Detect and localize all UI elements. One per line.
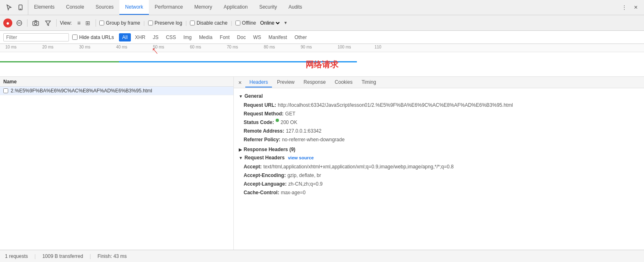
tab-memory[interactable]: Memory	[189, 0, 218, 15]
record-button[interactable]: ●	[3, 18, 12, 28]
filter-type-img[interactable]: Img	[180, 33, 195, 41]
disable-cache-label[interactable]: Disable cache	[190, 20, 227, 26]
request-headers-section-header[interactable]: ▼ Request Headers view source	[239, 155, 639, 161]
view-list-btn[interactable]: ≡	[75, 18, 82, 28]
offline-label[interactable]: Offline	[235, 20, 256, 26]
requests-name-col-header: Name	[3, 79, 17, 85]
request-name-0: 2.%E5%9F%BA%E6%9C%AC%E8%AF%AD%E6%B3%95.h…	[11, 88, 230, 94]
tab-sources[interactable]: Sources	[90, 0, 119, 15]
ruler-tick-9: 100 ms	[336, 45, 351, 49]
top-nav: Elements Console Sources Network Perform…	[0, 0, 644, 15]
status-finish: Finish: 43 ms	[98, 253, 127, 259]
response-headers-section-header[interactable]: ▶ Response Headers (9)	[239, 147, 639, 152]
status-code-row: Status Code: 200 OK	[244, 119, 639, 126]
inspect-icon[interactable]	[4, 2, 14, 12]
tab-elements[interactable]: Elements	[28, 0, 60, 15]
offline-checkbox[interactable]	[235, 21, 240, 25]
camera-icon[interactable]	[31, 18, 41, 28]
details-panel: × Headers Preview Response Cookies Timin…	[234, 77, 644, 250]
timeline-area: 10 ms20 ms30 ms40 ms50 ms60 ms70 ms80 ms…	[0, 44, 644, 77]
hide-data-urls-text: Hide data URLs	[79, 34, 114, 40]
details-tab-cookies[interactable]: Cookies	[331, 78, 356, 87]
toolbar-divider-2: |	[185, 20, 187, 26]
remote-address-val: 127.0.0.1:63342	[286, 127, 322, 135]
details-tab-headers[interactable]: Headers	[245, 78, 272, 87]
filter-type-manifest[interactable]: Manifest	[265, 33, 290, 41]
nav-icons	[2, 0, 28, 15]
request-row[interactable]: 2.%E5%9F%BA%E6%9C%AC%E8%AF%AD%E6%B3%95.h…	[0, 87, 233, 95]
filter-input-wrap[interactable]	[3, 33, 69, 41]
filter-type-media[interactable]: Media	[196, 33, 216, 41]
tab-network[interactable]: Network	[119, 0, 149, 15]
hide-data-urls-checkbox[interactable]	[72, 34, 78, 40]
req-header-row-3: Cache-Control: max-age=0	[244, 189, 639, 196]
requests-panel: Name 2.%E5%9F%BA%E6%9C%AC%E8%AF%AD%E6%B3…	[0, 77, 234, 250]
details-tab-preview[interactable]: Preview	[273, 78, 299, 87]
general-section-header[interactable]: ▼ General	[239, 93, 639, 99]
filter-type-font[interactable]: Font	[217, 33, 233, 41]
timeline-ruler: 10 ms20 ms30 ms40 ms50 ms60 ms70 ms80 ms…	[0, 44, 644, 52]
hide-data-urls-label[interactable]: Hide data URLs	[72, 34, 114, 40]
preserve-log-checkbox[interactable]	[148, 21, 153, 25]
request-method-label: Request Method:	[244, 110, 283, 117]
filter-bar: Hide data URLs AllXHRJSCSSImgMediaFontDo…	[0, 31, 644, 44]
disable-cache-checkbox[interactable]	[190, 21, 195, 25]
throttle-dropdown-arrow[interactable]: ▼	[283, 21, 288, 25]
tab-audits[interactable]: Audits	[283, 0, 308, 15]
preserve-log-text: Preserve log	[155, 20, 182, 26]
view-group-btn[interactable]: ⊞	[83, 18, 92, 28]
request-method-row: Request Method: GET	[244, 110, 639, 117]
req-header-row-0: Accept: text/html,application/xhtml+xml,…	[244, 163, 639, 170]
tab-application[interactable]: Application	[218, 0, 253, 15]
view-buttons: ≡ ⊞	[75, 18, 92, 28]
details-content: ▼ General Request URL: http://localhost:…	[234, 88, 644, 250]
more-icon[interactable]: ⋮	[619, 2, 629, 12]
referrer-policy-val: no-referrer-when-downgrade	[282, 136, 345, 143]
filter-type-doc[interactable]: Doc	[234, 33, 249, 41]
toolbar-divider-1: |	[144, 20, 145, 26]
ruler-tick-1: 20 ms	[41, 45, 53, 49]
filter-input[interactable]	[6, 34, 66, 40]
status-code-label: Status Code:	[244, 119, 274, 126]
request-checkbox-0[interactable]	[3, 88, 8, 93]
group-by-frame-label[interactable]: Group by frame	[99, 20, 140, 26]
details-close-button[interactable]: ×	[235, 78, 244, 87]
general-arrow: ▼	[239, 94, 243, 99]
request-url-val: http://localhost:63342/JavaScript/lesson…	[278, 101, 513, 109]
ruler-tick-3: 40 ms	[115, 45, 127, 49]
preserve-log-label[interactable]: Preserve log	[148, 20, 182, 26]
response-headers-title: Response Headers (9)	[244, 147, 295, 152]
request-headers-body: Accept: text/html,application/xhtml+xml,…	[239, 163, 639, 196]
view-source-link[interactable]: view source	[288, 155, 314, 160]
filter-type-xhr[interactable]: XHR	[132, 33, 148, 41]
filter-icon[interactable]	[43, 18, 53, 28]
tab-security[interactable]: Security	[253, 0, 283, 15]
details-tab-timing[interactable]: Timing	[357, 78, 380, 87]
toolbar: ● View: ≡ ⊞ Group by frame | Preserve lo…	[0, 15, 644, 31]
request-headers-title: Request Headers	[244, 155, 285, 161]
throttle-select[interactable]: Online	[258, 20, 281, 26]
tab-performance[interactable]: Performance	[149, 0, 189, 15]
req-header-val-2: zh-CN,zh;q=0.9	[288, 180, 323, 188]
filter-type-other[interactable]: Other	[291, 33, 310, 41]
req-header-key-1: Accept-Encoding:	[244, 172, 286, 179]
details-tab-response[interactable]: Response	[299, 78, 330, 87]
ruler-tick-0: 10 ms	[4, 45, 16, 49]
req-header-row-1: Accept-Encoding: gzip, deflate, br	[244, 172, 639, 179]
filter-type-css[interactable]: CSS	[162, 33, 179, 41]
req-header-key-2: Accept-Language:	[244, 180, 287, 188]
status-code-val: 200 OK	[281, 119, 297, 126]
tab-console[interactable]: Console	[60, 0, 90, 15]
filter-type-js[interactable]: JS	[149, 33, 162, 41]
request-url-label: Request URL:	[244, 101, 276, 109]
nav-tabs: Elements Console Sources Network Perform…	[28, 0, 616, 15]
status-sep-2: |	[90, 253, 91, 259]
filter-type-ws[interactable]: WS	[250, 33, 264, 41]
req-header-key-0: Accept:	[244, 163, 262, 170]
requests-header: Name	[0, 77, 233, 87]
device-icon[interactable]	[16, 2, 25, 12]
clear-button[interactable]	[15, 18, 24, 28]
filter-type-all[interactable]: All	[119, 33, 131, 41]
close-icon[interactable]: ✕	[631, 2, 641, 12]
group-by-frame-checkbox[interactable]	[99, 21, 104, 25]
